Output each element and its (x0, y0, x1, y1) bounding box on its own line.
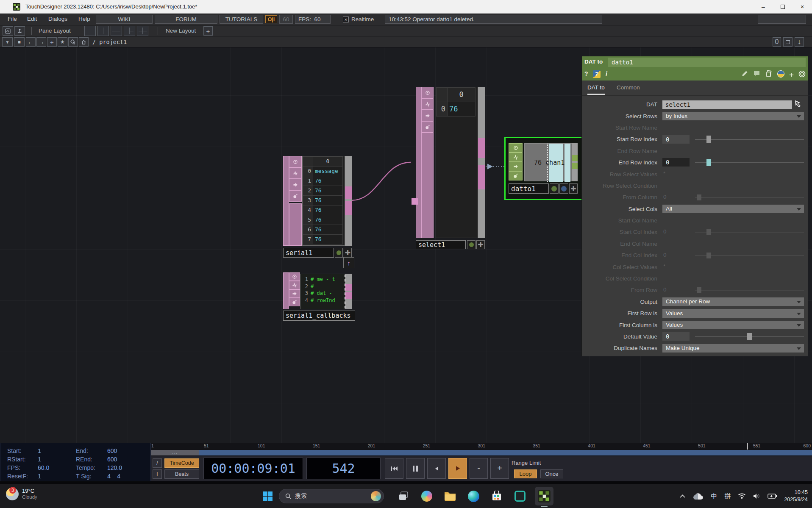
pane-anchor-button[interactable] (14, 26, 25, 36)
loop-button[interactable]: Loop (514, 469, 537, 478)
breadcrumb-path[interactable]: / project1 (92, 39, 127, 45)
maximize-pane-button[interactable] (783, 37, 793, 47)
timeline-info-value[interactable]: 120.0 (107, 464, 122, 471)
timeline-info-value[interactable]: 1 (38, 447, 41, 454)
teal-app-icon[interactable] (513, 489, 527, 503)
layout-vsplit-button[interactable] (97, 26, 109, 36)
wiki-button[interactable]: WIKI (96, 15, 153, 24)
bomb-flag-icon[interactable] (509, 171, 523, 180)
add-operator-button[interactable]: + (47, 37, 57, 47)
param-text-field[interactable]: select1 (662, 100, 792, 109)
info-icon[interactable]: i (606, 70, 607, 77)
edge-browser-icon[interactable] (466, 489, 481, 503)
param-value-field[interactable]: 0 (662, 332, 690, 341)
callbacks-output-connector[interactable] (345, 284, 352, 291)
taskbar-weather-widget[interactable]: 3 19°C Cloudy (6, 488, 37, 500)
param-dropdown[interactable]: All (662, 205, 804, 213)
target-flag-icon[interactable] (421, 87, 434, 98)
range-bar-cap[interactable]: ... (151, 450, 199, 455)
param-value-field[interactable]: 0 (662, 158, 690, 167)
select1-table-viewer[interactable]: 0076 (436, 87, 478, 238)
datto1-output-connector[interactable] (572, 155, 578, 161)
start-button[interactable] (259, 488, 276, 505)
collapse-pane-button[interactable]: ↓ (795, 37, 804, 47)
edit-pencil-icon[interactable] (741, 70, 748, 78)
python-help-icon[interactable]: ? (593, 70, 601, 78)
select1-add-flag[interactable]: ✚ (476, 240, 485, 249)
wifi-icon[interactable] (738, 493, 746, 499)
play-speed-plus-button[interactable]: + (490, 458, 509, 479)
arrow-flag-icon[interactable] (289, 179, 302, 190)
ime-language-icon[interactable]: 中 (711, 492, 717, 500)
datto1-export-flag[interactable] (559, 183, 568, 194)
tutorials-button[interactable]: TUTORIALS (220, 15, 263, 24)
back-button[interactable]: ← (26, 37, 36, 47)
callbacks-output-connector-2[interactable] (345, 292, 352, 299)
bomb-flag-icon[interactable] (289, 190, 302, 202)
op-name-field[interactable]: datto1 (608, 58, 806, 67)
param-value-field[interactable]: 0 (662, 135, 690, 144)
param-slider-handle[interactable] (706, 136, 711, 143)
touchdesigner-taskbar-icon[interactable] (535, 487, 553, 505)
select1-input-connector[interactable] (412, 198, 418, 205)
tray-chevron-icon[interactable] (680, 494, 685, 498)
pulse-flag-icon[interactable] (289, 281, 300, 289)
pulse-flag-icon[interactable] (509, 153, 523, 162)
frame-slash-button[interactable]: / (153, 458, 162, 468)
forward-button[interactable]: → (36, 37, 46, 47)
param-dropdown[interactable]: Channel per Row (662, 297, 804, 306)
callbacks-code-viewer[interactable]: 1# me - t2#3# dat -4# rowInd (300, 274, 345, 309)
step-back-button[interactable] (427, 458, 446, 479)
param-dropdown[interactable]: Make Unique (662, 344, 804, 353)
param-slider-track[interactable] (695, 162, 804, 163)
datto1-output-connector-2[interactable] (572, 163, 578, 169)
stop-button[interactable]: ■ (14, 37, 25, 47)
arrow-flag-icon[interactable] (289, 289, 300, 298)
datto1-chop-viewer[interactable]: 76 chan1 (524, 143, 572, 181)
home-button[interactable] (79, 37, 89, 47)
arrow-flag-icon[interactable] (421, 110, 434, 121)
taskbar-clock[interactable]: 10:45 2025/9/24 (784, 489, 808, 503)
minimize-button[interactable]: – (754, 0, 773, 14)
target-flag-icon[interactable] (289, 156, 302, 167)
microsoft-store-icon[interactable] (489, 489, 504, 503)
copy-parameters-icon[interactable] (765, 70, 772, 78)
param-slider-handle[interactable] (706, 159, 711, 166)
datto1-name-label[interactable]: datto1 (509, 183, 549, 194)
timeline-info-value[interactable]: 60.0 (38, 464, 49, 471)
serial1-add-flag[interactable]: ✚ (344, 248, 352, 258)
play-speed-minus-button[interactable]: - (470, 458, 488, 479)
docked-dat-arrow-icon[interactable]: ↑ (343, 257, 354, 268)
file-explorer-icon[interactable] (443, 489, 457, 503)
op-search-button[interactable] (68, 37, 78, 47)
select1-output-connector-2[interactable] (478, 165, 485, 189)
playhead[interactable] (747, 443, 748, 450)
datto1-add-flag[interactable]: ✚ (569, 183, 578, 194)
search-box[interactable]: 搜索 (279, 489, 384, 503)
param-dropdown[interactable]: Values (662, 321, 804, 329)
frame-i-button[interactable]: I (153, 469, 162, 479)
realtime-toggle[interactable]: × Realtime (343, 16, 374, 22)
layout-quad-button[interactable] (137, 26, 148, 36)
new-layout-add-button[interactable]: + (203, 26, 213, 36)
pulse-flag-icon[interactable] (421, 98, 434, 110)
layout-hsplit-button[interactable] (111, 26, 122, 36)
timeline-info-value[interactable]: 4 4 (107, 473, 120, 480)
tab-dat-to[interactable]: DAT to (587, 84, 605, 95)
help-icon[interactable]: ? (584, 70, 588, 77)
serial1-display-flag[interactable] (335, 248, 343, 258)
fps-box[interactable]: FPS: 60 (295, 15, 331, 24)
task-view-icon[interactable] (396, 489, 411, 503)
node-serial1[interactable]: 00message176276376476576676776 serial1 ✚ (283, 156, 353, 258)
pulse-flag-icon[interactable] (289, 167, 302, 179)
op-picker-icon[interactable] (794, 100, 804, 111)
param-slider-track[interactable] (695, 139, 804, 140)
oi-midi-badge[interactable]: O|I (265, 15, 277, 23)
menu-dialogs[interactable]: Dialogs (48, 16, 67, 22)
onedrive-icon[interactable] (692, 493, 704, 500)
select1-display-flag[interactable] (467, 240, 476, 249)
pane-type-dropdown[interactable]: ▼ (2, 37, 13, 47)
close-button[interactable]: × (793, 0, 812, 14)
select1-output-connector[interactable] (478, 138, 485, 158)
timeline-info-value[interactable]: 1 (38, 456, 41, 463)
